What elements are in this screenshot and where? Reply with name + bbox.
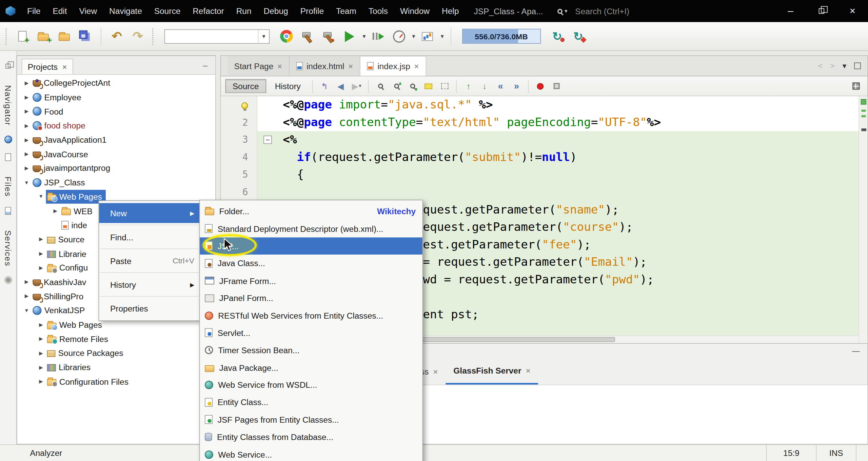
new-submenu-item-web-service-from-wsdl[interactable]: Web Service from WSDL... [200, 376, 422, 394]
new-submenu-item-folder[interactable]: Folder...Wikitechy [200, 203, 422, 220]
build-project-button[interactable] [298, 27, 316, 46]
tree-collapsed-arrow-icon[interactable] [36, 336, 46, 341]
tree-collapsed-arrow-icon[interactable] [22, 294, 32, 299]
undo-button[interactable] [108, 27, 125, 46]
menu-source[interactable]: Source [148, 0, 187, 22]
tree-collapsed-arrow-icon[interactable] [36, 322, 46, 327]
find-selection-button[interactable] [373, 79, 388, 93]
tree-expanded-arrow-icon[interactable] [22, 180, 32, 185]
new-submenu-item-jpanel-form[interactable]: JPanel Form... [200, 289, 422, 307]
tree-collapsed-arrow-icon[interactable] [22, 94, 32, 100]
tree-expanded-arrow-icon[interactable] [36, 194, 46, 199]
menu-window[interactable]: Window [394, 0, 436, 22]
source-view-button[interactable]: Source [225, 79, 266, 93]
tree-item-collegeprojectant[interactable]: CollegeProjectAnt [17, 76, 215, 90]
menu-help[interactable]: Help [436, 0, 465, 22]
context-menu-item-find[interactable]: Find... [99, 227, 200, 247]
editor-tab-index-jsp[interactable]: index.jsp [360, 56, 426, 76]
menu-view[interactable]: View [73, 0, 103, 22]
fold-collapse-icon[interactable]: − [263, 136, 272, 144]
minimize-button[interactable] [775, 0, 806, 22]
menu-refactor[interactable]: Refactor [186, 0, 230, 22]
dock-services-button[interactable] [1, 274, 15, 286]
snapshot-dropdown-icon[interactable] [441, 33, 444, 39]
garbage-collect-profiler-button[interactable] [569, 27, 587, 46]
profiler-snapshot-button[interactable] [418, 27, 436, 46]
back-button[interactable] [333, 79, 348, 93]
dock-tab-files[interactable]: Files [3, 177, 13, 197]
scrollbar-thumb[interactable] [422, 337, 615, 342]
projects-tab-close-icon[interactable] [62, 62, 67, 72]
new-project-button[interactable] [34, 27, 52, 46]
browser-chrome-button[interactable] [277, 27, 295, 46]
bottom-tab-glassfish-server[interactable]: GlassFish Server [446, 358, 538, 384]
tree-item-javaapplication1[interactable]: JavaApplication1 [17, 133, 215, 147]
open-project-button[interactable] [55, 27, 73, 46]
stop-macro-recording-button[interactable] [549, 79, 564, 93]
new-submenu-item-entity-class[interactable]: Entity Class... [200, 394, 422, 411]
debug-project-button[interactable] [369, 27, 387, 46]
menu-tools[interactable]: Tools [362, 0, 394, 22]
last-edit-position-button[interactable] [317, 79, 332, 93]
tree-expanded-arrow-icon[interactable] [22, 308, 32, 313]
editor-tab-start-page[interactable]: Start Page [228, 56, 289, 76]
menu-profile[interactable]: Profile [294, 0, 330, 22]
new-submenu-item-web-service[interactable]: Web Service... [200, 446, 422, 461]
tab-close-icon[interactable] [414, 61, 419, 71]
tab-list-dropdown-icon[interactable] [843, 62, 846, 70]
quick-search-input[interactable]: Search (Ctrl+I) [575, 6, 686, 16]
tree-collapsed-arrow-icon[interactable] [22, 279, 32, 285]
menu-team[interactable]: Team [330, 0, 362, 22]
tree-item-remote-files[interactable]: Remote Files [17, 332, 215, 346]
context-menu-item-properties[interactable]: Properties [99, 298, 200, 318]
tree-collapsed-arrow-icon[interactable] [36, 251, 46, 256]
dock-tab-navigator[interactable]: Navigator [3, 85, 13, 126]
garbage-collect-button[interactable] [548, 27, 566, 46]
history-view-button[interactable]: History [268, 79, 308, 93]
dock-files2-button[interactable] [1, 205, 15, 217]
restore-windows-button[interactable] [1, 60, 15, 72]
projects-tab[interactable]: Projects [22, 59, 73, 74]
start-macro-recording-button[interactable] [533, 79, 548, 93]
profile-project-button[interactable] [390, 27, 408, 46]
move-down-button[interactable] [477, 79, 492, 93]
context-menu-item-history[interactable]: History▶ [99, 275, 200, 295]
tree-item-configuration-files[interactable]: Configuration Files [17, 374, 215, 388]
hint-lightbulb-icon[interactable] [241, 102, 248, 109]
new-submenu-item-java-package[interactable]: Java Package... [200, 359, 422, 376]
tree-item-javacourse[interactable]: JavaCourse [17, 147, 215, 161]
editor-tab-index-html[interactable]: index.html [289, 56, 360, 76]
tree-collapsed-arrow-icon[interactable] [22, 123, 32, 128]
tree-collapsed-arrow-icon[interactable] [22, 165, 32, 171]
toggle-highlight-button[interactable] [421, 79, 436, 93]
dock-files-button[interactable] [1, 151, 15, 163]
maximize-editor-icon[interactable] [854, 62, 861, 69]
tree-collapsed-arrow-icon[interactable] [22, 108, 32, 114]
tree-collapsed-arrow-icon[interactable] [22, 80, 32, 85]
new-submenu-item-entity-classes-from-database[interactable]: Entity Classes from Database... [200, 428, 422, 446]
tree-collapsed-arrow-icon[interactable] [36, 350, 46, 356]
context-menu-item-new[interactable]: New▶ [99, 203, 200, 223]
tree-collapsed-arrow-icon[interactable] [36, 364, 46, 370]
menu-navigate[interactable]: Navigate [103, 0, 148, 22]
tree-item-libraries[interactable]: Libraries [17, 360, 215, 374]
shift-left-button[interactable] [493, 79, 508, 93]
find-next-button[interactable]: ▼ [405, 79, 419, 93]
new-submenu-item-timer-session-bean[interactable]: Timer Session Bean... [200, 342, 422, 359]
error-stripe[interactable] [859, 96, 867, 343]
new-submenu-item-restful-web-services-from-entity-classes[interactable]: RESTful Web Services from Entity Classes… [200, 307, 422, 324]
tree-item-source-packages[interactable]: Source Packages [17, 346, 215, 360]
split-document-button[interactable] [849, 79, 863, 93]
configuration-select[interactable] [164, 29, 270, 43]
find-previous-button[interactable]: ▲ [389, 79, 403, 93]
menu-debug[interactable]: Debug [258, 0, 294, 22]
dock-navigator-button[interactable] [1, 134, 15, 146]
run-project-button[interactable] [340, 27, 358, 46]
scroll-tabs-left-icon[interactable] [818, 62, 822, 70]
tree-collapsed-arrow-icon[interactable] [51, 208, 60, 214]
new-submenu-item-jsf-pages-from-entity-classes[interactable]: JSF Pages from Entity Classes... [200, 411, 422, 428]
clean-build-project-button[interactable] [319, 27, 337, 46]
minimize-projects-panel-icon[interactable] [203, 61, 208, 69]
tree-item-food[interactable]: Food [17, 104, 215, 119]
tab-close-icon[interactable] [277, 61, 282, 71]
